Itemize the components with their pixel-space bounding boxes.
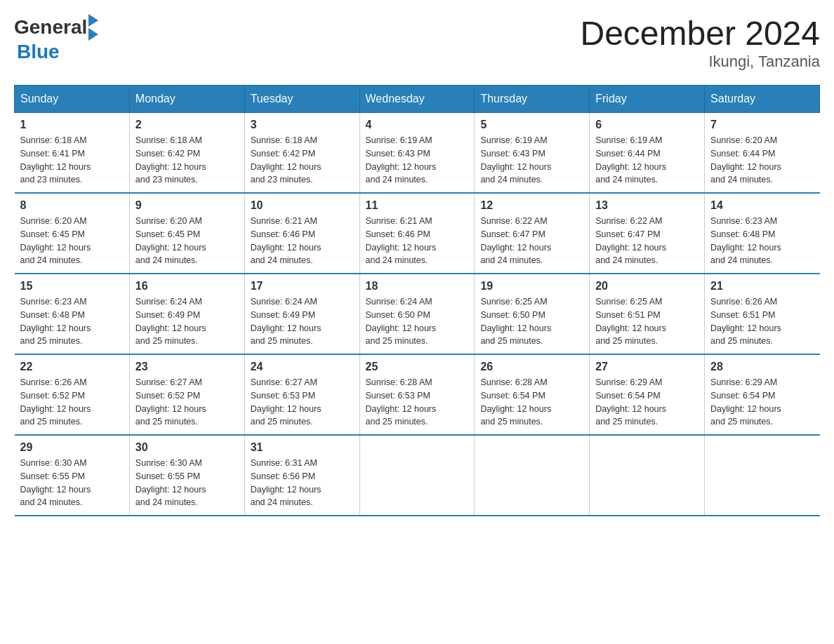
calendar-cell: 28 Sunrise: 6:29 AM Sunset: 6:54 PM Dayl…	[705, 354, 820, 435]
day-info: Sunrise: 6:21 AM Sunset: 6:46 PM Dayligh…	[366, 215, 469, 267]
day-number: 14	[710, 199, 814, 212]
day-number: 5	[480, 119, 583, 131]
day-info: Sunrise: 6:27 AM Sunset: 6:52 PM Dayligh…	[135, 376, 239, 429]
day-info: Sunrise: 6:29 AM Sunset: 6:54 PM Dayligh…	[595, 376, 699, 429]
calendar-cell: 12 Sunrise: 6:22 AM Sunset: 6:47 PM Dayl…	[475, 193, 590, 274]
day-info: Sunrise: 6:21 AM Sunset: 6:46 PM Dayligh…	[251, 215, 354, 267]
day-number: 18	[366, 280, 469, 293]
location: Ikungi, Tanzania	[580, 53, 820, 71]
day-number: 23	[135, 361, 239, 373]
calendar-cell: 26 Sunrise: 6:28 AM Sunset: 6:54 PM Dayl…	[475, 354, 590, 435]
day-info: Sunrise: 6:29 AM Sunset: 6:54 PM Dayligh…	[710, 376, 814, 429]
day-number: 8	[20, 199, 124, 212]
day-info: Sunrise: 6:19 AM Sunset: 6:43 PM Dayligh…	[366, 134, 469, 187]
calendar-cell: 23 Sunrise: 6:27 AM Sunset: 6:52 PM Dayl…	[129, 354, 244, 435]
day-info: Sunrise: 6:22 AM Sunset: 6:47 PM Dayligh…	[480, 215, 583, 267]
calendar-cell: 22 Sunrise: 6:26 AM Sunset: 6:52 PM Dayl…	[15, 354, 130, 435]
day-number: 27	[595, 361, 699, 373]
calendar-week-row: 22 Sunrise: 6:26 AM Sunset: 6:52 PM Dayl…	[15, 354, 820, 435]
calendar-cell: 4 Sunrise: 6:19 AM Sunset: 6:43 PM Dayli…	[359, 113, 475, 194]
day-info: Sunrise: 6:23 AM Sunset: 6:48 PM Dayligh…	[710, 215, 814, 267]
calendar-week-row: 1 Sunrise: 6:18 AM Sunset: 6:41 PM Dayli…	[15, 113, 820, 194]
day-info: Sunrise: 6:18 AM Sunset: 6:42 PM Dayligh…	[251, 134, 354, 187]
calendar-cell	[359, 435, 475, 516]
day-number: 15	[20, 280, 124, 293]
calendar-week-row: 15 Sunrise: 6:23 AM Sunset: 6:48 PM Dayl…	[15, 274, 820, 354]
calendar-header-row: SundayMondayTuesdayWednesdayThursdayFrid…	[15, 86, 820, 113]
header-sunday: Sunday	[15, 86, 130, 113]
day-number: 29	[20, 441, 124, 454]
day-info: Sunrise: 6:24 AM Sunset: 6:49 PM Dayligh…	[135, 295, 239, 348]
day-info: Sunrise: 6:20 AM Sunset: 6:45 PM Dayligh…	[20, 215, 124, 267]
day-number: 6	[595, 119, 699, 131]
calendar-cell: 13 Sunrise: 6:22 AM Sunset: 6:47 PM Dayl…	[590, 193, 705, 274]
day-number: 3	[251, 119, 354, 131]
calendar-cell: 27 Sunrise: 6:29 AM Sunset: 6:54 PM Dayl…	[590, 354, 705, 435]
header-saturday: Saturday	[705, 86, 820, 113]
header-wednesday: Wednesday	[359, 86, 475, 113]
day-number: 16	[135, 280, 239, 293]
day-info: Sunrise: 6:28 AM Sunset: 6:54 PM Dayligh…	[480, 376, 583, 429]
day-info: Sunrise: 6:30 AM Sunset: 6:55 PM Dayligh…	[135, 457, 239, 509]
day-number: 19	[480, 280, 583, 293]
day-info: Sunrise: 6:19 AM Sunset: 6:44 PM Dayligh…	[595, 134, 699, 187]
day-number: 17	[251, 280, 354, 293]
day-number: 13	[595, 199, 699, 212]
calendar-cell: 31 Sunrise: 6:31 AM Sunset: 6:56 PM Dayl…	[244, 435, 359, 516]
header-monday: Monday	[129, 86, 244, 113]
day-info: Sunrise: 6:18 AM Sunset: 6:42 PM Dayligh…	[135, 134, 239, 187]
calendar-table: SundayMondayTuesdayWednesdayThursdayFrid…	[14, 85, 820, 516]
day-info: Sunrise: 6:28 AM Sunset: 6:53 PM Dayligh…	[366, 376, 469, 429]
calendar-cell: 5 Sunrise: 6:19 AM Sunset: 6:43 PM Dayli…	[475, 113, 590, 194]
day-number: 9	[135, 199, 239, 212]
day-number: 2	[135, 119, 239, 131]
day-number: 26	[480, 361, 583, 373]
calendar-cell: 2 Sunrise: 6:18 AM Sunset: 6:42 PM Dayli…	[129, 113, 244, 194]
day-number: 30	[135, 441, 239, 454]
logo-general: General	[14, 16, 87, 39]
day-info: Sunrise: 6:27 AM Sunset: 6:53 PM Dayligh…	[251, 376, 354, 429]
header-friday: Friday	[590, 86, 705, 113]
calendar-cell: 9 Sunrise: 6:20 AM Sunset: 6:45 PM Dayli…	[129, 193, 244, 274]
day-info: Sunrise: 6:24 AM Sunset: 6:49 PM Dayligh…	[251, 295, 354, 348]
day-info: Sunrise: 6:25 AM Sunset: 6:51 PM Dayligh…	[595, 295, 699, 348]
day-info: Sunrise: 6:22 AM Sunset: 6:47 PM Dayligh…	[595, 215, 699, 267]
calendar-cell: 3 Sunrise: 6:18 AM Sunset: 6:42 PM Dayli…	[244, 113, 359, 194]
day-info: Sunrise: 6:30 AM Sunset: 6:55 PM Dayligh…	[20, 457, 124, 509]
header-tuesday: Tuesday	[244, 86, 359, 113]
day-info: Sunrise: 6:20 AM Sunset: 6:45 PM Dayligh…	[135, 215, 239, 267]
calendar-cell: 14 Sunrise: 6:23 AM Sunset: 6:48 PM Dayl…	[705, 193, 820, 274]
logo-blue: Blue	[17, 41, 60, 63]
calendar-cell: 19 Sunrise: 6:25 AM Sunset: 6:50 PM Dayl…	[475, 274, 590, 354]
calendar-cell: 21 Sunrise: 6:26 AM Sunset: 6:51 PM Dayl…	[705, 274, 820, 354]
calendar-cell: 6 Sunrise: 6:19 AM Sunset: 6:44 PM Dayli…	[590, 113, 705, 194]
day-info: Sunrise: 6:18 AM Sunset: 6:41 PM Dayligh…	[20, 134, 124, 187]
day-number: 28	[710, 361, 814, 373]
day-info: Sunrise: 6:20 AM Sunset: 6:44 PM Dayligh…	[710, 134, 814, 187]
calendar-cell: 17 Sunrise: 6:24 AM Sunset: 6:49 PM Dayl…	[244, 274, 359, 354]
calendar-cell: 1 Sunrise: 6:18 AM Sunset: 6:41 PM Dayli…	[15, 113, 130, 194]
day-info: Sunrise: 6:24 AM Sunset: 6:50 PM Dayligh…	[366, 295, 469, 348]
day-info: Sunrise: 6:25 AM Sunset: 6:50 PM Dayligh…	[480, 295, 583, 348]
calendar-cell: 8 Sunrise: 6:20 AM Sunset: 6:45 PM Dayli…	[15, 193, 130, 274]
logo: General Blue	[14, 14, 98, 63]
title-section: December 2024 Ikungi, Tanzania	[580, 14, 820, 71]
calendar-cell: 11 Sunrise: 6:21 AM Sunset: 6:46 PM Dayl…	[359, 193, 475, 274]
day-info: Sunrise: 6:19 AM Sunset: 6:43 PM Dayligh…	[480, 134, 583, 187]
day-number: 24	[251, 361, 354, 373]
calendar-cell: 25 Sunrise: 6:28 AM Sunset: 6:53 PM Dayl…	[359, 354, 475, 435]
calendar-week-row: 29 Sunrise: 6:30 AM Sunset: 6:55 PM Dayl…	[15, 435, 820, 516]
calendar-cell: 20 Sunrise: 6:25 AM Sunset: 6:51 PM Dayl…	[590, 274, 705, 354]
calendar-cell: 10 Sunrise: 6:21 AM Sunset: 6:46 PM Dayl…	[244, 193, 359, 274]
day-number: 25	[366, 361, 469, 373]
day-number: 10	[251, 199, 354, 212]
day-number: 11	[366, 199, 469, 212]
day-number: 12	[480, 199, 583, 212]
calendar-week-row: 8 Sunrise: 6:20 AM Sunset: 6:45 PM Dayli…	[15, 193, 820, 274]
calendar-cell: 16 Sunrise: 6:24 AM Sunset: 6:49 PM Dayl…	[129, 274, 244, 354]
calendar-cell: 18 Sunrise: 6:24 AM Sunset: 6:50 PM Dayl…	[359, 274, 475, 354]
day-info: Sunrise: 6:26 AM Sunset: 6:52 PM Dayligh…	[20, 376, 124, 429]
day-number: 21	[710, 280, 814, 293]
day-number: 7	[710, 119, 814, 131]
month-title: December 2024	[580, 14, 820, 53]
